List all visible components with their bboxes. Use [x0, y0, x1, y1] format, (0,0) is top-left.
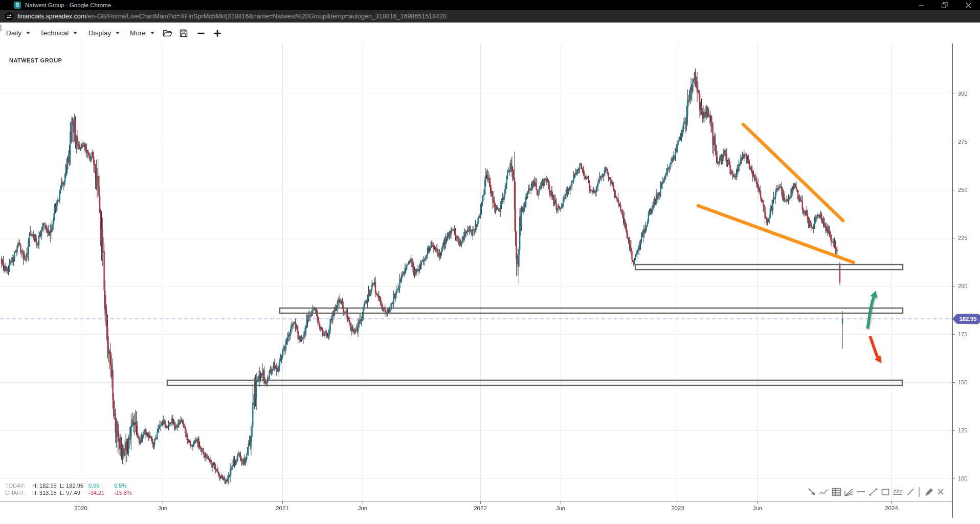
url-bar: financials.spreadex.com/en-GB/Home/LiveC… — [0, 10, 980, 23]
text-tool[interactable]: Abc — [892, 486, 903, 498]
scrollbar-artifact — [0, 25, 2, 31]
x-axis-label: 2023 — [671, 505, 684, 511]
stats-low: L: 182.95 — [60, 483, 88, 490]
chevron-down-icon — [150, 32, 154, 34]
curve-tool[interactable] — [818, 486, 830, 498]
diagonal-line-tool[interactable] — [904, 486, 916, 498]
x-axis-label: 2022 — [474, 505, 487, 511]
minus-icon — [197, 30, 205, 37]
stats-low: L: 97.49 — [60, 490, 88, 497]
fibonacci-icon — [831, 486, 842, 497]
display-dropdown-label: Display — [88, 29, 111, 37]
save-chart-button[interactable] — [180, 23, 188, 43]
spreadex-logo: S — [14, 2, 21, 9]
chevron-down-icon — [73, 32, 77, 34]
x-axis-label: 2020 — [74, 505, 87, 511]
stats-change-pct: 0.5% — [114, 483, 140, 490]
timeframe-dropdown-label: Daily — [6, 29, 21, 37]
address-omnibox[interactable]: financials.spreadex.com/en-GB/Home/LiveC… — [17, 10, 447, 23]
text-tool-icon: Abc — [893, 489, 902, 495]
timeframe-dropdown[interactable]: Daily — [6, 23, 30, 43]
y-axis-label: 250 — [958, 187, 967, 193]
y-axis-label: 150 — [958, 379, 967, 385]
zoom-out-button[interactable] — [197, 23, 205, 43]
stats-change-pct: -15.8% — [114, 490, 140, 497]
minimize-button[interactable] — [909, 0, 933, 10]
curve-icon — [818, 486, 830, 497]
chart-toolbar: Daily Technical Display More — [0, 23, 980, 43]
technical-dropdown[interactable]: Technical — [40, 23, 77, 43]
logo-letter: S — [16, 2, 19, 8]
window-controls — [909, 0, 980, 10]
y-axis-label: 200 — [958, 283, 967, 289]
chart-area: NATWEST GROUP 30027525022520017515012510… — [0, 43, 980, 524]
window-title: Natwest Group - Google Chrome — [25, 0, 111, 10]
stats-high: H: 313.15 — [32, 490, 60, 497]
instrument-title: NATWEST GROUP — [9, 57, 62, 63]
y-axis-label: 100 — [958, 475, 967, 482]
stats-high: H: 182.95 — [32, 483, 60, 490]
fan-tool[interactable] — [843, 486, 854, 498]
display-dropdown[interactable]: Display — [88, 23, 120, 43]
y-axis-label: 275 — [958, 139, 967, 145]
zoom-in-button[interactable] — [214, 23, 221, 43]
x-axis-label: 2024 — [885, 505, 898, 511]
y-axis-label: 225 — [958, 235, 967, 241]
close-tool[interactable] — [935, 486, 946, 498]
annotation-arrow-down[interactable] — [870, 336, 881, 363]
close-button[interactable] — [956, 0, 980, 10]
stats-label: CHART: — [5, 490, 32, 497]
marker-icon — [923, 486, 934, 497]
support-resistance-zone[interactable] — [635, 265, 903, 270]
drawing-toolbar: Abc — [806, 486, 946, 498]
window-titlebar: S Natwest Group - Google Chrome — [0, 0, 980, 10]
rectangle-tool[interactable] — [880, 486, 891, 498]
current-price-tag: 182.95 — [952, 314, 980, 324]
trend-line[interactable] — [698, 206, 854, 263]
stats-label: TODAY: — [5, 483, 32, 490]
site-info-icon[interactable] — [5, 12, 14, 21]
more-dropdown[interactable]: More — [130, 23, 154, 43]
toolbar-separator — [919, 487, 920, 497]
support-resistance-zone[interactable] — [167, 380, 902, 385]
y-axis-label: 125 — [958, 427, 967, 433]
stats-change: -34.21 — [88, 490, 114, 497]
trend-line[interactable] — [743, 124, 843, 221]
support-resistance-zone[interactable] — [280, 308, 903, 313]
trend-line-icon — [867, 486, 879, 497]
pointer-icon — [806, 486, 817, 497]
save-icon — [180, 29, 188, 37]
stats-row-chart: CHART: H: 313.15 L: 97.49 -34.21 -15.8% — [5, 490, 140, 497]
restore-button[interactable] — [933, 0, 956, 10]
trend-line-tool[interactable] — [867, 486, 879, 498]
x-axis-label: Jun — [158, 505, 168, 511]
fan-icon — [843, 486, 854, 497]
x-axis-label: Jun — [358, 505, 368, 511]
x-axis-label: Jun — [753, 505, 763, 511]
x-axis-label: Jun — [556, 505, 566, 511]
y-axis-label: 300 — [958, 91, 967, 97]
pointer-tool[interactable] — [806, 486, 817, 498]
diagonal-line-icon — [904, 486, 916, 497]
horizontal-line-icon — [855, 486, 866, 497]
annotation-arrow-up[interactable] — [867, 291, 877, 329]
stats-change: 0.95 — [88, 483, 114, 490]
url-path: /en-GB/Home/LiveChartMain?id=XFinSprMchM… — [86, 13, 447, 20]
horizontal-line-tool[interactable] — [855, 486, 866, 498]
fibonacci-tool[interactable] — [831, 486, 842, 498]
open-chart-button[interactable] — [163, 23, 172, 43]
browser-window: { "window": { "logo_letter": "S", "title… — [0, 0, 980, 524]
rectangle-icon — [880, 486, 891, 497]
chart-annotations-overlay — [0, 43, 980, 524]
more-dropdown-label: More — [130, 29, 146, 37]
minimize-icon — [919, 3, 924, 8]
y-axis-label: 175 — [958, 331, 967, 337]
chevron-down-icon — [26, 32, 30, 34]
close-icon — [935, 486, 946, 497]
chart-stats: TODAY: H: 182.95 L: 182.95 0.95 0.5% CHA… — [5, 483, 140, 496]
url-domain: financials.spreadex.com — [17, 13, 86, 20]
marker-tool[interactable] — [923, 486, 934, 498]
folder-open-icon — [163, 29, 172, 37]
stats-row-today: TODAY: H: 182.95 L: 182.95 0.95 0.5% — [5, 483, 140, 490]
x-axis-label: 2021 — [276, 505, 289, 511]
